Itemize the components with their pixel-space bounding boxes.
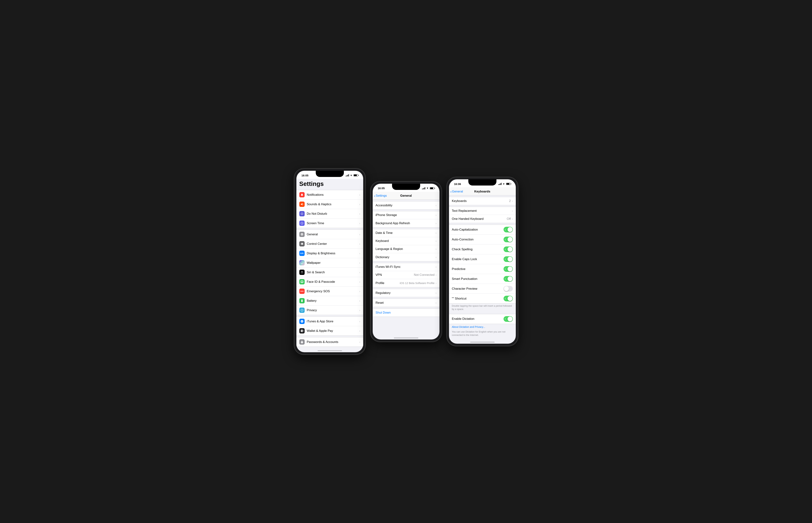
general-back-button[interactable]: ‹ Settings <box>374 194 387 198</box>
chevron-storage: › <box>436 214 437 217</box>
list-item-vpn[interactable]: VPN Not Connected › <box>373 271 440 279</box>
list-item-regulatory[interactable]: Regulatory › <box>373 289 440 297</box>
passwords-label: Passwords & Accounts <box>307 340 359 344</box>
keyboards-section-count: Keyboards 2 › <box>449 197 516 205</box>
one-handed-value: Off <box>507 217 511 221</box>
list-item-sos[interactable]: SOS Emergency SOS › <box>296 287 363 296</box>
list-item-reset[interactable]: Reset › <box>373 299 440 307</box>
language-label: Language & Region <box>376 247 436 251</box>
time-3: 16:06 <box>454 182 461 185</box>
itunes-wifi-label: iTunes Wi-Fi Sync <box>376 265 436 269</box>
chevron-controlcenter: › <box>359 242 360 245</box>
shutdown-label: Shut Down <box>376 311 437 314</box>
list-item-shutdown[interactable]: Shut Down <box>373 309 440 317</box>
list-item-privacy[interactable]: Privacy › <box>296 306 363 315</box>
smart-punct-toggle[interactable] <box>504 276 513 282</box>
general-nav-header: ‹ Settings General <box>373 192 440 200</box>
list-item-auto-correction[interactable]: Auto-Correction <box>449 235 516 245</box>
chevron-keyboard: › <box>436 239 437 242</box>
list-item-language[interactable]: Language & Region › <box>373 245 440 253</box>
keyboards-section-toggles: Auto-Capitalization Auto-Correction Chec… <box>449 224 516 304</box>
list-item-profile[interactable]: Profile iOS 12 Beta Software Profile › <box>373 279 440 287</box>
profile-value: iOS 12 Beta Software Profile <box>400 282 435 285</box>
list-item-dictation[interactable]: Enable Dictation <box>449 314 516 324</box>
iphone-storage-label: iPhone Storage <box>376 213 436 217</box>
list-item-siri[interactable]: Siri & Search › <box>296 268 363 277</box>
list-item-display[interactable]: AA Display & Brightness › <box>296 249 363 258</box>
back-arrow-icon-2: ‹ <box>451 190 452 193</box>
chevron-one-handed: › <box>512 217 513 220</box>
chevron-wallet: › <box>359 329 360 332</box>
list-item-caps-lock[interactable]: Enable Caps Lock <box>449 254 516 264</box>
list-item-sounds[interactable]: Sounds & Haptics › <box>296 200 363 209</box>
chevron-notifications: › <box>359 193 360 196</box>
predictive-label: Predictive <box>452 267 504 271</box>
settings-large-title: Settings <box>299 180 360 187</box>
list-item-predictive[interactable]: Predictive <box>449 264 516 274</box>
list-item-keyboards-count[interactable]: Keyboards 2 › <box>449 197 516 205</box>
chevron-sounds: › <box>359 203 360 206</box>
list-item-char-preview[interactable]: Character Preview <box>449 284 516 294</box>
wallpaper-label: Wallpaper <box>307 261 359 265</box>
status-icons-1: ▼ <box>346 174 358 177</box>
settings-header: Settings <box>296 179 363 188</box>
general-section-datetime: Date & Time › Keyboard › Language & Regi… <box>373 229 440 262</box>
predictive-toggle[interactable] <box>504 266 513 272</box>
auto-cap-toggle[interactable] <box>504 227 513 232</box>
general-section-accessibility: Accessibility › <box>373 201 440 210</box>
chevron-faceid: › <box>359 281 360 283</box>
auto-correction-label: Auto-Correction <box>452 238 504 241</box>
chevron-appstore: › <box>359 320 360 323</box>
notch-3 <box>468 179 496 185</box>
list-item-dictionary[interactable]: Dictionary › <box>373 253 440 261</box>
list-item-text-replacement[interactable]: Text Replacement › <box>449 207 516 215</box>
general-section-itunes: iTunes Wi-Fi Sync › VPN Not Connected › … <box>373 263 440 287</box>
one-handed-label: One Handed Keyboard <box>452 217 507 221</box>
keyboards-back-button[interactable]: ‹ General <box>451 190 463 193</box>
list-item-faceid[interactable]: Face ID & Passcode › <box>296 277 363 287</box>
list-item-iphone-storage[interactable]: iPhone Storage › <box>373 211 440 219</box>
list-item-general[interactable]: General › <box>296 230 363 239</box>
privacy-label: Privacy <box>307 308 359 312</box>
list-item-itunes-wifi[interactable]: iTunes Wi-Fi Sync › <box>373 263 440 271</box>
vpn-label: VPN <box>376 273 414 277</box>
list-item-auto-cap[interactable]: Auto-Capitalization <box>449 225 516 235</box>
passwords-icon <box>299 339 305 345</box>
list-item-datetime[interactable]: Date & Time › <box>373 229 440 237</box>
keyboards-count-value: 2 <box>509 199 511 203</box>
list-item-notifications[interactable]: Notifications › <box>296 190 363 200</box>
check-spelling-toggle[interactable] <box>504 247 513 252</box>
keyboards-section-text: Text Replacement › One Handed Keyboard O… <box>449 207 516 223</box>
list-item-appstore[interactable]: iTunes & App Store › <box>296 317 363 326</box>
about-dictation-link[interactable]: About Dictation and Privacy... <box>452 325 513 329</box>
list-item-check-spelling[interactable]: Check Spelling <box>449 245 516 254</box>
list-item-wallpaper[interactable]: Wallpaper › <box>296 258 363 268</box>
list-item-dnd[interactable]: Do Not Disturb › <box>296 209 363 219</box>
appstore-icon <box>299 319 305 324</box>
general-back-label: Settings <box>376 194 387 198</box>
list-item-wallet[interactable]: Wallet & Apple Pay › <box>296 326 363 336</box>
list-item-controlcenter[interactable]: Control Center › <box>296 239 363 249</box>
list-item-shortcut[interactable]: "" Shortcut <box>449 294 516 303</box>
char-preview-toggle[interactable] <box>504 286 513 291</box>
list-item-background-refresh[interactable]: Background App Refresh › <box>373 219 440 227</box>
list-item-one-handed[interactable]: One Handed Keyboard Off › <box>449 215 516 223</box>
home-indicator-3 <box>449 338 516 344</box>
dictionary-label: Dictionary <box>376 255 436 259</box>
list-item-smart-punct[interactable]: Smart Punctuation <box>449 274 516 284</box>
list-item-passwords[interactable]: Passwords & Accounts › <box>296 337 363 347</box>
list-item-battery[interactable]: Battery › <box>296 296 363 306</box>
list-item-accessibility[interactable]: Accessibility › <box>373 201 440 210</box>
dictation-toggle[interactable] <box>504 316 513 322</box>
shortcut-toggle[interactable] <box>504 296 513 301</box>
list-item-keyboard[interactable]: Keyboard › <box>373 237 440 245</box>
chevron-wallpaper: › <box>359 262 360 264</box>
caps-lock-toggle[interactable] <box>504 256 513 262</box>
home-indicator-1 <box>296 347 363 352</box>
char-preview-label: Character Preview <box>452 287 504 291</box>
chevron-datetime: › <box>436 232 437 234</box>
keyboards-section-dictation: Enable Dictation <box>449 314 516 324</box>
list-item-screentime[interactable]: Screen Time › <box>296 219 363 228</box>
wifi-icon-2: ▼ <box>426 187 429 190</box>
auto-correction-toggle[interactable] <box>504 237 513 242</box>
